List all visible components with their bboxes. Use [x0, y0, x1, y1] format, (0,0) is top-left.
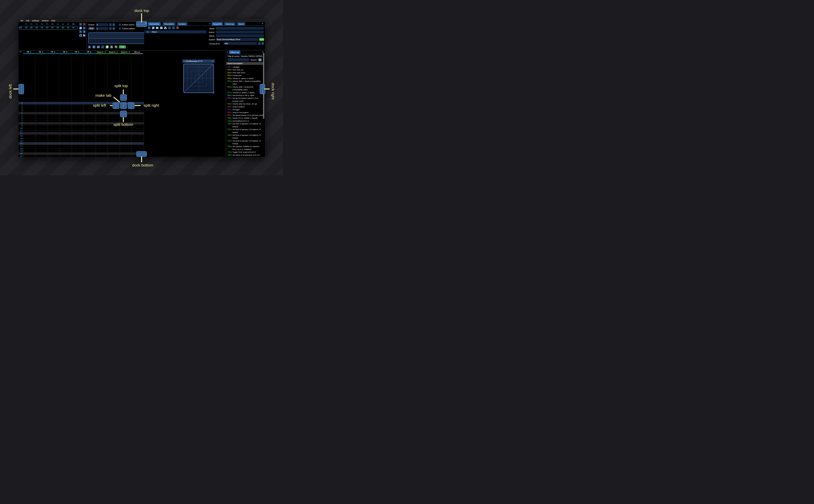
pattern-cell[interactable]: ··· ·· ·· ··· [47, 115, 59, 117]
pattern-cell[interactable]: ··· ·· ·· ··· [35, 109, 47, 112]
pattern-cell[interactable]: ··· ·· ·· ··· [83, 112, 95, 115]
pattern-cell[interactable]: ··· ·· ·· ··· [119, 132, 131, 135]
tab-speed[interactable]: Speed [237, 22, 245, 26]
pattern-cell[interactable]: ··· ·· ·· ··· [59, 104, 71, 107]
pattern-row-7[interactable]: 7··· ·· ·· ······ ·· ·· ······ ·· ·· ···… [19, 120, 144, 122]
pattern-cell[interactable]: ··· ·· ·· ··· [35, 122, 47, 125]
pattern-cell[interactable]: ··· ·· ·· ··· [59, 140, 71, 142]
pattern-cell[interactable]: ··· ·· ·· ··· [71, 147, 83, 150]
pattern-cell[interactable]: ··· ·· ·· ··· [35, 147, 47, 150]
collapse-arrow-icon[interactable]: ▼ [183, 60, 185, 62]
pattern-cell[interactable]: ··· ·· ·· ··· [47, 140, 59, 142]
pattern-cell[interactable]: ··· ·· ·· ··· [35, 145, 47, 147]
pattern-cell[interactable]: ··· ·· ·· ··· [107, 155, 119, 157]
pattern-expand-button[interactable]: ++ [19, 51, 22, 53]
pattern-cell[interactable]: ··· ·· ·· ··· [71, 135, 83, 137]
pattern-cell[interactable]: ··· ·· ·· ··· [71, 130, 83, 132]
pattern-cell[interactable]: ··· ·· ·· ··· [23, 104, 35, 107]
instrument-delete-button[interactable]: × [176, 26, 179, 29]
instrument-move-up-button[interactable]: ↑ [168, 26, 171, 29]
pattern-cell[interactable]: ··· ·· ·· ··· [83, 132, 95, 135]
pattern-cell[interactable]: ··· ·· ·· ··· [95, 112, 107, 115]
pattern-cell[interactable]: ··· ·· ·· ··· [95, 147, 107, 150]
pattern-cell[interactable]: ··· ·· ·· ··· [47, 107, 59, 109]
pattern-cell[interactable]: ··· ·· ·· ··· [59, 117, 71, 120]
pattern-cell[interactable]: ··· ·· ·· ··· [71, 104, 83, 107]
collapse-arrow-icon[interactable]: ▼ [209, 23, 211, 25]
pattern-cell[interactable]: ··· ·· ·· ··· [35, 155, 47, 157]
pattern-cell[interactable]: ··· ·· ·· ··· [83, 155, 95, 157]
pattern-cell[interactable]: ··· ·· ·· ··· [59, 135, 71, 137]
effect-row-03xx[interactable]: 03xxPortamento [227, 74, 264, 77]
pattern-cell[interactable]: ··· ·· ·· ··· [35, 137, 47, 140]
pattern-cell[interactable]: ··· ·· ·· ··· [119, 145, 131, 147]
pattern-cell[interactable]: ··· ·· ·· ··· [131, 127, 143, 130]
effect-row-07xy[interactable]: 07xyTremolo (x: speed; y: depth) [227, 91, 264, 94]
pattern-cell[interactable]: ··· ·· ·· ··· [47, 145, 59, 147]
repeat-pattern-button[interactable]: ↻ [114, 45, 118, 48]
pattern-cell[interactable]: ··· ·· ·· ··· [83, 135, 95, 137]
menu-file[interactable]: file [21, 20, 23, 22]
pattern-cell[interactable]: ··· ·· ·· ··· [107, 137, 119, 140]
pattern-row-10[interactable]: 10··· ·· ·· ······ ·· ·· ······ ·· ·· ··… [19, 127, 144, 130]
pattern-cell[interactable]: ··· ·· ·· ··· [35, 150, 47, 152]
pattern-cell[interactable]: ··· ·· ·· ··· [47, 135, 59, 137]
pattern-cell[interactable]: ··· ·· ·· ··· [47, 125, 59, 127]
tab-effect-list[interactable]: Effect List [229, 50, 240, 54]
window-menu-arrow-icon[interactable] [145, 22, 147, 24]
channel-header-fm-6[interactable]: FM 6 [83, 51, 95, 53]
pattern-cell[interactable]: ··· ·· ·· ··· [47, 152, 59, 155]
pattern-cell[interactable]: ··· ·· ·· ··· [83, 125, 95, 127]
effect-row-00xy[interactable]: 00xyArpeggio [227, 66, 264, 68]
pattern-cell[interactable]: ··· ·· ·· ··· [119, 140, 131, 142]
pattern-cell[interactable]: ··· ·· ·· ··· [35, 102, 47, 104]
effect-row-0Fxx[interactable]: 0FxxSet speed (speed 2 if no grooves exi… [227, 114, 264, 117]
pattern-cell[interactable]: ··· ·· ·· ··· [35, 140, 47, 142]
pattern-cell[interactable]: ··· ·· ·· ··· [131, 115, 143, 117]
tuning-minus-button[interactable]: - [258, 42, 261, 45]
piano-input-pad[interactable] [88, 32, 146, 44]
effect-row-10xy[interactable]: 10xySetup LFO (x: enable; y: speed) [227, 117, 264, 119]
poly-mono-button[interactable]: Poly [119, 45, 126, 48]
pattern-cell[interactable]: ··· ·· ·· ··· [35, 107, 47, 109]
pattern-cell[interactable]: ··· ·· ·· ··· [83, 117, 95, 120]
split-target-left[interactable] [113, 102, 119, 109]
pattern-cell[interactable]: ··· ·· ·· ··· [71, 109, 83, 112]
pattern-cell[interactable]: ··· ·· ·· ··· [35, 120, 47, 122]
pattern-cell[interactable]: ··· ·· ·· ··· [59, 152, 71, 155]
pattern-cell[interactable]: ··· ·· ·· ··· [119, 152, 131, 155]
pattern-cell[interactable]: ··· ·· ·· ··· [107, 109, 119, 112]
instrument-toggle-folders-button[interactable] [164, 26, 167, 29]
pattern-cell[interactable]: ··· ·· ·· ··· [71, 145, 83, 147]
pattern-cell[interactable]: ··· ·· ·· ··· [95, 142, 107, 145]
pattern-cell[interactable]: ··· ·· ·· ··· [59, 155, 71, 157]
effect-row-0Dxx[interactable]: 0DxxJump to next pattern [227, 111, 264, 114]
pattern-cell[interactable]: ··· ·· ·· ··· [23, 137, 35, 140]
pattern-cell[interactable]: ··· ·· ·· ··· [95, 150, 107, 152]
name-input[interactable] [216, 27, 264, 30]
pattern-row-14[interactable]: 14··· ·· ·· ······ ·· ·· ······ ·· ·· ··… [19, 137, 144, 140]
pattern-cell[interactable]: ··· ·· ·· ··· [23, 142, 35, 145]
menu-edit[interactable]: edit [26, 20, 29, 22]
pattern-row-18[interactable]: 18··· ·· ·· ······ ·· ·· ······ ·· ·· ··… [19, 147, 144, 150]
instrument-list-item-none[interactable]: - None - [144, 30, 206, 33]
pattern-cell[interactable]: ··· ·· ·· ··· [47, 102, 59, 104]
pattern-cell[interactable]: ··· ·· ·· ··· [47, 127, 59, 130]
pattern-cell[interactable]: ··· ·· ·· ··· [131, 109, 143, 112]
pattern-cell[interactable]: ··· ·· ·· ··· [35, 115, 47, 117]
pattern-cell[interactable]: ··· ·· ·· ··· [119, 150, 131, 152]
pattern-cell[interactable]: ··· ·· ·· ··· [59, 109, 71, 112]
pattern-row-17[interactable]: 17··· ·· ·· ······ ·· ·· ······ ·· ·· ··… [19, 145, 144, 147]
tab-song-info[interactable]: Song Info [212, 22, 223, 26]
pattern-cell[interactable]: ··· ·· ·· ··· [35, 125, 47, 127]
order-remove-button[interactable]: − [83, 23, 86, 26]
pattern-cell[interactable]: ··· ·· ·· ··· [59, 145, 71, 147]
pattern-cell[interactable]: ··· ·· ·· ··· [47, 117, 59, 120]
pattern-cell[interactable]: ··· ·· ·· ··· [23, 127, 35, 130]
order-add-button[interactable]: + [79, 23, 82, 26]
pattern-cell[interactable]: ··· ·· ·· ··· [107, 130, 119, 132]
pattern-cell[interactable]: ··· ·· ·· ··· [119, 137, 131, 140]
pattern-cell[interactable]: ··· ·· ·· ··· [47, 132, 59, 135]
pattern-cell[interactable]: ··· ·· ·· ··· [71, 107, 83, 109]
effect-list-menu-button[interactable] [258, 58, 262, 61]
